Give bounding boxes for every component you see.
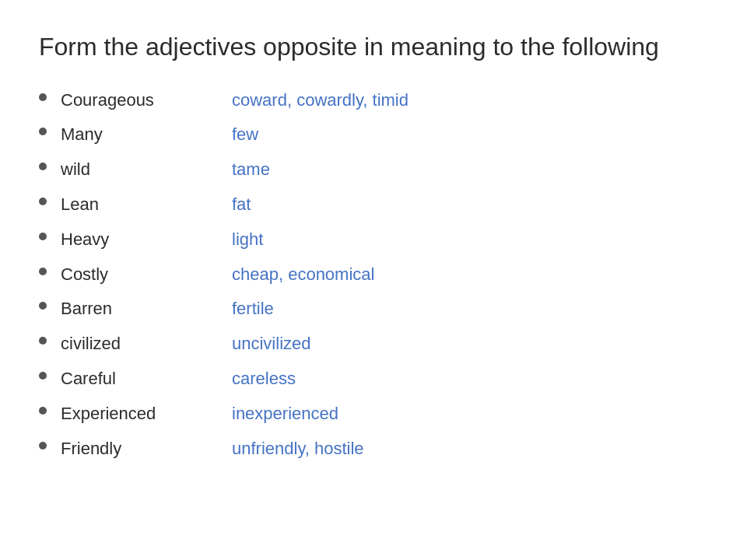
word-term: Heavy [61,228,232,252]
word-term: civilized [61,332,232,356]
list-item: Leanfat [39,193,708,217]
list-item: Manyfew [39,123,708,147]
word-term: Lean [61,193,232,217]
bullet-icon [39,407,47,415]
bullet-icon [39,337,47,345]
word-opposite: coward, cowardly, timid [232,89,409,113]
word-opposite: fertile [232,297,274,321]
bullet-icon [39,198,47,205]
word-opposite: light [232,228,263,252]
list-item: Barrenfertile [39,297,708,321]
list-item: Courageouscoward, cowardly, timid [39,89,708,113]
list-item: wildtame [39,158,708,182]
page-title: Form the adjectives opposite in meaning … [39,31,708,64]
bullet-icon [39,93,47,101]
list-item: Heavylight [39,228,708,252]
word-opposite: uncivilized [232,332,311,356]
bullet-icon [39,268,47,275]
word-opposite: careless [232,367,296,391]
list-item: Carefulcareless [39,367,708,391]
word-term: Costly [61,263,232,287]
word-term: Careful [61,367,232,391]
word-list: Courageouscoward, cowardly, timidManyfew… [39,89,708,461]
list-item: Friendlyunfriendly, hostile [39,437,708,461]
word-opposite: tame [232,158,270,182]
list-item: Experiencedinexperienced [39,402,708,426]
list-item: civilizeduncivilized [39,332,708,356]
word-term: wild [61,158,232,182]
word-opposite: few [232,123,258,147]
word-opposite: cheap, economical [232,263,374,287]
bullet-icon [39,372,47,380]
bullet-icon [39,163,47,170]
word-term: Barren [61,297,232,321]
bullet-icon [39,442,47,450]
word-opposite: unfriendly, hostile [232,437,364,461]
bullet-icon [39,233,47,240]
list-item: Costlycheap, economical [39,263,708,287]
word-opposite: inexperienced [232,402,338,426]
word-term: Courageous [61,89,232,113]
bullet-icon [39,302,47,310]
word-term: Friendly [61,437,232,461]
word-term: Many [61,123,232,147]
bullet-icon [39,128,47,135]
word-term: Experienced [61,402,232,426]
word-opposite: fat [232,193,251,217]
